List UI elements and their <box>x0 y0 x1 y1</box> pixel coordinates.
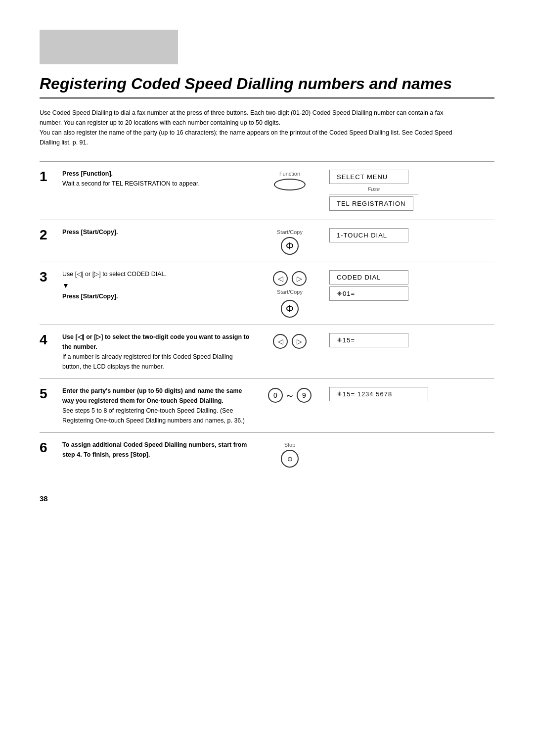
step-5-display: ✳15= 1234 5678 <box>329 386 428 403</box>
intro-paragraph: Use Coded Speed Dialling to dial a fax n… <box>40 108 465 147</box>
step-2-display: 1-TOUCH DIAL <box>329 227 418 244</box>
coded-dial-code-display: ✳01= <box>329 286 408 301</box>
step-2-text: Press [Start/Copy]. <box>62 227 250 237</box>
step-2-label: Press [Start/Copy]. <box>62 229 118 236</box>
arrow-buttons-4: ◁ ▷ <box>273 334 307 349</box>
step-3: 3 Use [◁] or [▷] to select CODED DIAL. ▼… <box>40 262 494 325</box>
step-3-number: 3 <box>40 270 57 284</box>
step-5-icon: 0 ～ 9 <box>260 386 319 403</box>
step-6-icon-label: Stop <box>284 442 296 448</box>
step-3-arrow: ▼ <box>62 280 250 291</box>
left-arrow-button-4[interactable]: ◁ <box>273 334 288 349</box>
step-5: 5 Enter the party's number (up to 50 dig… <box>40 378 494 432</box>
select-menu-display: SELECT MENU <box>329 170 408 184</box>
step-3-icon: ◁ ▷ Start/Copy Φ <box>260 269 319 318</box>
step-4-text: Use [◁] or [▷] to select the two-digit c… <box>62 332 250 372</box>
page: Registering Coded Speed Dialling numbers… <box>0 0 534 756</box>
nine-button[interactable]: 9 <box>297 388 312 403</box>
step-4-display: ✳15= <box>329 332 418 349</box>
step-3-sublabel: Press [Start/Copy]. <box>62 293 118 300</box>
step-2-number: 2 <box>40 228 57 242</box>
right-arrow-button-4[interactable]: ▷ <box>292 334 307 349</box>
step-6-text: To assign additional Coded Speed Diallin… <box>62 440 250 460</box>
stop-button[interactable]: ⊙ <box>281 450 299 468</box>
step-1-text: Press [Function]. Wait a second for TEL … <box>62 169 250 189</box>
step-3-display: CODED DIAL ✳01= <box>329 269 418 303</box>
steps-container: 1 Press [Function]. Wait a second for TE… <box>40 161 494 474</box>
step-6-display <box>329 440 418 441</box>
step-5-text: Enter the party's number (up to 50 digit… <box>62 386 250 425</box>
step-4-number: 4 <box>40 333 57 347</box>
step-6-icon: Stop ⊙ <box>260 440 319 468</box>
zero-button[interactable]: 0 <box>268 388 283 403</box>
step-3-icon-label: Start/Copy <box>277 289 303 295</box>
step-2: 2 Press [Start/Copy]. Start/Copy Φ 1-TOU… <box>40 220 494 262</box>
step-5-number: 5 <box>40 387 57 401</box>
step-1-label: Press [Function]. <box>62 170 113 177</box>
function-button[interactable] <box>274 179 306 190</box>
step-4: 4 Use [◁] or [▷] to select the two-digit… <box>40 325 494 378</box>
tilde: ～ <box>285 389 295 402</box>
step-1-detail: Wait a second for TEL REGISTRATION to ap… <box>62 180 200 187</box>
step-6: 6 To assign additional Coded Speed Diall… <box>40 432 494 474</box>
page-title: Registering Coded Speed Dialling numbers… <box>40 74 494 93</box>
step-1: 1 Press [Function]. Wait a second for TE… <box>40 161 494 220</box>
step-6-number: 6 <box>40 441 57 455</box>
step-1-display: SELECT MENU Fuse TEL REGISTRATION <box>329 169 418 213</box>
star15-display: ✳15= <box>329 333 408 347</box>
step-2-icon: Start/Copy Φ <box>260 227 319 255</box>
step-3-text: Use [◁] or [▷] to select CODED DIAL. ▼ P… <box>62 269 250 301</box>
step-2-icon-label: Start/Copy <box>277 229 303 235</box>
tel-registration-display: TEL REGISTRATION <box>329 196 413 211</box>
step-6-label: To assign additional Coded Speed Diallin… <box>62 441 247 458</box>
right-arrow-button-3[interactable]: ▷ <box>292 271 307 286</box>
step-1-icon: Function <box>260 169 319 190</box>
left-arrow-button-3[interactable]: ◁ <box>273 271 288 286</box>
title-underline <box>40 97 494 99</box>
fuse-indicator: Fuse <box>329 186 418 194</box>
coded-dial-display: CODED DIAL <box>329 270 408 284</box>
step-4-detail: If a number is already registered for th… <box>62 353 233 370</box>
step-4-label: Use [◁] or [▷] to select the two-digit c… <box>62 333 249 350</box>
step-3-label: Use [◁] or [▷] to select CODED DIAL. <box>62 271 167 278</box>
start-copy-button-2[interactable]: Φ <box>281 237 299 255</box>
step-1-icon-label: Function <box>279 171 300 177</box>
step-1-number: 1 <box>40 170 57 184</box>
arrow-buttons-3: ◁ ▷ <box>273 271 307 286</box>
start-copy-button-3[interactable]: Φ <box>281 300 299 318</box>
step-4-icon: ◁ ▷ <box>260 332 319 349</box>
num-range: 0 ～ 9 <box>268 388 312 403</box>
number-entry-display: ✳15= 1234 5678 <box>329 387 428 401</box>
one-touch-dial-display: 1-TOUCH DIAL <box>329 228 408 242</box>
step-5-detail: See steps 5 to 8 of registering One-touc… <box>62 407 245 424</box>
page-number: 38 <box>40 494 494 503</box>
step-5-label: Enter the party's number (up to 50 digit… <box>62 387 242 404</box>
header-gray-box <box>40 30 178 64</box>
